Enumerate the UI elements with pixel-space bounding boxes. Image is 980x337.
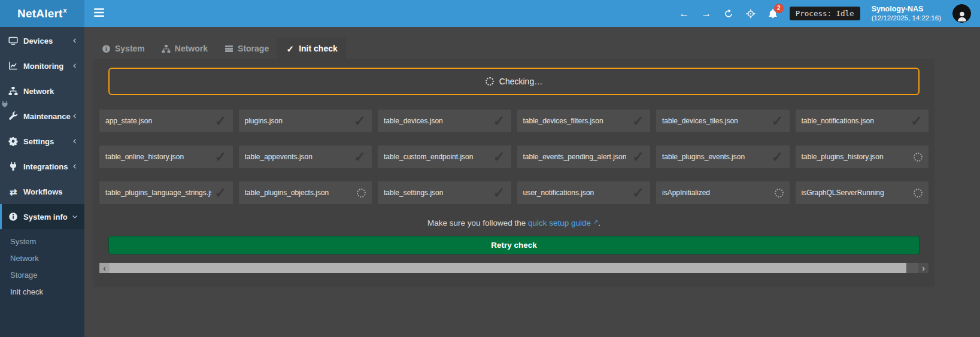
card-label: plugins.json <box>245 117 283 125</box>
init-check-card: table_custom_endpoint.json ✓ <box>378 145 511 168</box>
tab-init-check[interactable]: ✓ Init check <box>277 38 346 59</box>
sidebar-item-label: System info <box>23 212 68 221</box>
monitoring-icon <box>8 61 18 71</box>
sidebar-item-devices[interactable]: Devices <box>0 28 84 53</box>
devices-icon <box>8 36 18 45</box>
integrations-icon <box>8 162 18 171</box>
sidebar-toggle-button[interactable] <box>84 0 113 27</box>
check-icon: ✓ <box>632 186 644 200</box>
check-icon: ✓ <box>354 114 366 128</box>
chevron-left-icon <box>71 138 78 145</box>
sidebar-item-label: Integrations <box>23 162 68 171</box>
tab-label: Init check <box>299 44 338 53</box>
chevron-down-icon <box>71 213 78 220</box>
submenu-item-network[interactable]: Network <box>0 250 84 266</box>
init-check-card: isGraphQLServerRunning <box>796 181 929 204</box>
process-status-badge: Process: Idle <box>790 7 860 20</box>
sidebar-menu: Devices Monitoring Network <box>0 27 84 229</box>
user-icon <box>956 10 968 22</box>
tab-storage[interactable]: Storage <box>216 38 277 59</box>
forward-icon[interactable]: → <box>701 8 712 19</box>
app-logo[interactable]: NetAlertx <box>0 0 84 27</box>
card-label: table_plugins_objects.json <box>245 189 329 197</box>
scrollbar-thumb[interactable] <box>110 263 906 273</box>
sidebar-item-settings[interactable]: Settings <box>0 129 84 154</box>
spinner-icon <box>914 189 923 198</box>
chevron-left-icon <box>71 37 78 44</box>
scroll-left-button[interactable]: ‹ <box>99 263 110 273</box>
sidebar-item-maintenance[interactable]: Maintenance <box>0 104 84 129</box>
submenu-item-system[interactable]: System <box>0 233 84 250</box>
sidebar-item-workflows[interactable]: ⇄ Workflows <box>0 179 84 204</box>
tab-network[interactable]: Network <box>153 38 216 59</box>
hamburger-icon <box>94 8 104 19</box>
init-check-card: table_devices.json ✓ <box>378 110 511 132</box>
host-name: Synology-NAS <box>872 4 941 14</box>
init-check-card: table_devices_tiles.json ✓ <box>656 110 790 132</box>
refresh-icon[interactable] <box>723 8 734 19</box>
spinner-icon <box>914 153 923 162</box>
retry-check-button[interactable]: Retry check <box>108 236 920 254</box>
external-link-icon: ↗ <box>593 218 598 225</box>
stray-plugin-icon <box>1 99 8 107</box>
spinner-icon <box>357 189 366 198</box>
init-check-card: app_state.json ✓ <box>99 110 233 132</box>
check-icon: ✓ <box>771 114 783 128</box>
submenu-item-storage[interactable]: Storage <box>0 266 84 283</box>
init-check-card: table_devices_filters.json ✓ <box>517 110 651 132</box>
check-icon: ✓ <box>771 150 783 164</box>
system-info-icon <box>8 212 18 221</box>
sidebar-item-integrations[interactable]: Integrations <box>0 154 84 179</box>
check-icon: ✓ <box>214 186 226 200</box>
sidebar-item-monitoring[interactable]: Monitoring <box>0 53 84 78</box>
back-icon[interactable]: ← <box>679 8 690 19</box>
workflows-icon: ⇄ <box>8 187 18 196</box>
sidebar-item-system-info[interactable]: System info <box>0 204 84 229</box>
submenu-item-init-check[interactable]: Init check <box>0 283 84 300</box>
card-label: table_settings.json <box>384 189 443 197</box>
chevron-left-icon <box>71 113 78 120</box>
tab-system[interactable]: System <box>93 38 153 59</box>
init-check-card: table_plugins_history.json <box>796 145 929 168</box>
scrollbar-track[interactable] <box>110 263 918 273</box>
quick-setup-guide-link[interactable]: quick setup guide ↗ <box>528 218 598 227</box>
check-icon: ✓ <box>493 186 505 200</box>
scroll-right-button[interactable]: › <box>918 263 929 273</box>
card-label: table_appevents.json <box>245 153 312 161</box>
info-icon <box>102 44 111 53</box>
spinner-icon <box>775 189 784 198</box>
sidebar-item-network[interactable]: Network <box>0 78 84 104</box>
card-label: table_plugins_history.json <box>802 153 884 161</box>
card-label: isAppInitialized <box>662 189 710 197</box>
card-label: table_plugins_events.json <box>662 153 745 161</box>
user-avatar[interactable] <box>952 4 971 23</box>
setup-hint: Make sure you followed the quick setup g… <box>99 218 929 227</box>
hint-prefix: Make sure you followed the <box>427 218 528 227</box>
notifications-button[interactable]: 2 <box>767 8 778 19</box>
init-check-panel: Checking… app_state.json ✓ plugins.json … <box>93 59 935 287</box>
check-icon: ✓ <box>214 150 226 164</box>
settings-icon <box>8 136 18 146</box>
check-icon: ✓ <box>493 114 505 128</box>
init-check-card: table_plugins_objects.json <box>239 181 372 204</box>
check-icon: ✓ <box>286 44 295 53</box>
card-label: table_plugins_language_strings.json <box>105 189 211 197</box>
init-check-card: table_appevents.json ✓ <box>239 145 372 168</box>
init-check-card: plugins.json ✓ <box>239 110 372 132</box>
sidebar-item-label: Devices <box>23 37 53 45</box>
header-actions: ← → 2 Process: Idle Synology-NAS (12/12/… <box>679 0 980 27</box>
card-label: user_notifications.json <box>523 189 594 197</box>
init-check-card: table_events_pending_alert.json ✓ <box>517 145 651 168</box>
maintenance-icon <box>8 111 18 121</box>
init-check-card: table_plugins_events.json ✓ <box>656 145 790 168</box>
card-label: isGraphQLServerRunning <box>802 189 884 197</box>
netalertx-app: NetAlertx ← → 2 Process: Idle <box>0 0 980 337</box>
check-icon: ✓ <box>632 150 644 164</box>
card-label: table_devices_filters.json <box>523 117 603 125</box>
host-timestamp: (12/12/2025, 14:22:16) <box>872 14 941 23</box>
locate-icon[interactable] <box>745 8 756 19</box>
chevron-left-icon <box>71 163 78 170</box>
horizontal-scrollbar[interactable]: ‹ › <box>99 263 929 273</box>
card-label: table_notifications.json <box>802 117 874 125</box>
check-icon: ✓ <box>354 150 366 164</box>
